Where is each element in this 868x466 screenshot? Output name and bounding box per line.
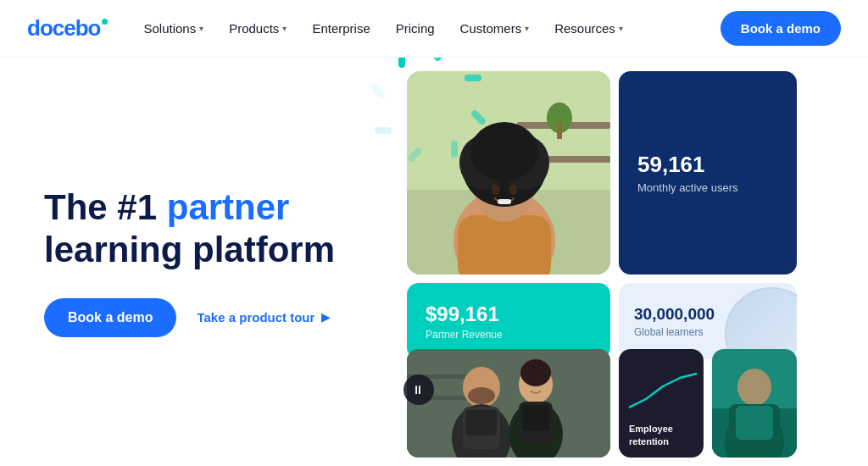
svg-rect-36 (736, 406, 773, 440)
card-couple-image (407, 349, 610, 458)
global-learners-number: 30,000,000 (634, 305, 782, 324)
svg-point-14 (509, 185, 517, 195)
nav-item-pricing[interactable]: Pricing (384, 14, 447, 42)
nav-item-solutions[interactable]: Solutions ▾ (131, 14, 215, 42)
card-global-learners: 30,000,000 Global learners (619, 283, 797, 359)
employee-retention-label: Employee retention (629, 423, 693, 447)
chevron-down-icon: ▾ (619, 24, 623, 33)
card-teal-person-image (712, 349, 797, 458)
hero-actions: Book a demo Take a product tour ▶ (44, 298, 356, 337)
pause-button[interactable]: ⏸ (403, 374, 434, 405)
arrow-right-icon: ▶ (321, 311, 330, 324)
svg-point-12 (470, 122, 538, 181)
card-monthly-users: 59,161 Monthly active users (619, 71, 797, 275)
global-learners-label: Global learners (634, 326, 782, 338)
nav-cta: Book a demo (721, 11, 841, 46)
revenue-label: Partner Revenue (426, 329, 592, 341)
hero-title: The #1 partner learning platform (44, 186, 356, 270)
hero-left: The #1 partner learning platform Book a … (0, 58, 356, 466)
nav-item-enterprise[interactable]: Enterprise (300, 14, 381, 42)
logo-dot (102, 19, 108, 25)
book-demo-nav-button[interactable]: Book a demo (721, 11, 841, 46)
product-tour-button[interactable]: Take a product tour ▶ (197, 310, 330, 325)
loading-spinner (398, 75, 458, 134)
chevron-down-icon: ▾ (199, 24, 203, 33)
svg-point-33 (737, 369, 771, 406)
svg-rect-30 (522, 405, 549, 430)
monthly-users-label: Monthly active users (637, 181, 778, 194)
svg-rect-7 (458, 215, 551, 275)
bottom-cards-row: Employee retention (407, 349, 854, 458)
revenue-number: $99,161 (426, 302, 592, 326)
retention-chart (629, 369, 697, 416)
card-revenue: $99,161 Partner Revenue (407, 283, 610, 359)
nav-item-resources[interactable]: Resources ▾ (542, 14, 635, 42)
svg-rect-29 (466, 410, 497, 435)
nav-links: Solutions ▾ Products ▾ Enterprise Pricin… (131, 14, 720, 42)
chevron-down-icon: ▾ (525, 24, 529, 33)
svg-rect-5 (557, 122, 562, 139)
monthly-users-number: 59,161 (637, 152, 778, 178)
hero-title-highlight: partner (167, 187, 290, 227)
svg-point-28 (520, 359, 551, 386)
navbar: docebo Solutions ▾ Products ▾ Enterprise… (0, 0, 868, 58)
hero-section: The #1 partner learning platform Book a … (0, 58, 868, 466)
svg-point-13 (492, 185, 500, 195)
logo[interactable]: docebo (27, 15, 108, 42)
nav-item-products[interactable]: Products ▾ (217, 14, 298, 42)
book-demo-hero-button[interactable]: Book a demo (44, 298, 176, 337)
pause-icon: ⏸ (412, 383, 426, 397)
card-employee-retention: Employee retention (619, 349, 704, 458)
nav-item-customers[interactable]: Customers ▾ (448, 14, 542, 42)
hero-right: 59,161 Monthly active users $99,161 Part… (356, 58, 868, 466)
chevron-down-icon: ▾ (282, 24, 287, 33)
svg-rect-15 (498, 199, 511, 204)
